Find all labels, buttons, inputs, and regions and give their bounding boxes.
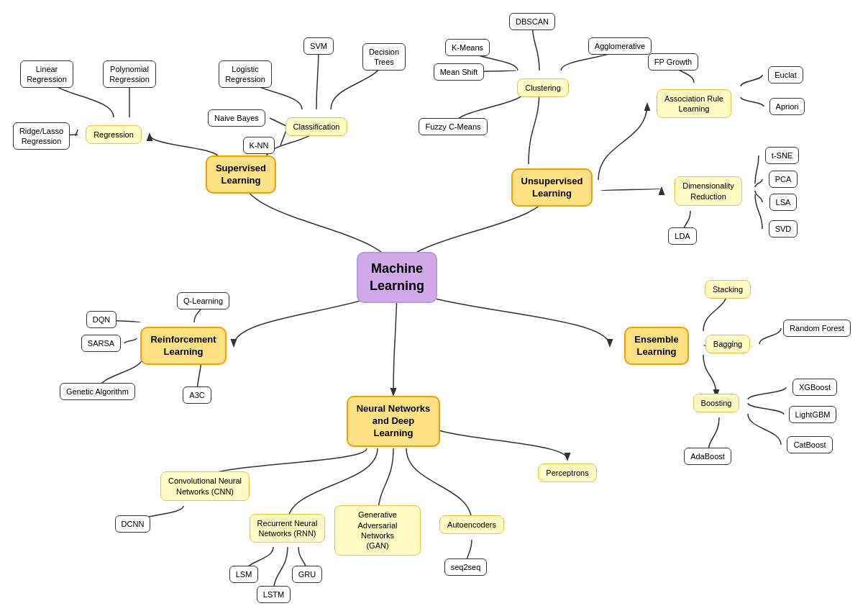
node-random-forest: Random Forest bbox=[781, 317, 853, 340]
node-gan: Generative Adversarial Networks (GAN) bbox=[334, 510, 421, 551]
perceptrons-label: Perceptrons bbox=[538, 463, 596, 482]
node-unsupervised: Unsupervised Learning bbox=[503, 164, 600, 211]
lstm-label: LSTM bbox=[257, 586, 291, 603]
ridge-lasso-label: Ridge/Lasso Regression bbox=[13, 122, 70, 150]
svm-label: SVM bbox=[303, 37, 334, 55]
lsm-label: LSM bbox=[229, 566, 259, 583]
node-perceptrons: Perceptrons bbox=[532, 458, 603, 488]
supervised-label: Supervised Learning bbox=[206, 155, 276, 194]
mean-shift-label: Mean Shift bbox=[434, 63, 485, 81]
dbscan-label: DBSCAN bbox=[509, 13, 555, 30]
lda-label: LDA bbox=[668, 227, 696, 245]
fp-growth-label: FP Growth bbox=[648, 53, 698, 71]
node-fp-growth: FP Growth bbox=[644, 50, 702, 73]
cnn-label: Convolutional Neural Networks (CNN) bbox=[160, 471, 250, 501]
mindmap-canvas: Machine Learning Supervised Learning Uns… bbox=[0, 0, 868, 606]
node-q-learning: Q-Learning bbox=[173, 289, 234, 312]
association-label: Association Rule Learning bbox=[657, 89, 731, 119]
a3c-label: A3C bbox=[183, 386, 211, 404]
node-poly-reg: Polynomial Regression bbox=[93, 59, 165, 89]
euclat-label: Euclat bbox=[768, 66, 803, 83]
node-autoencoders: Autoencoders bbox=[436, 510, 508, 540]
logistic-label: Logistic Regression bbox=[219, 60, 272, 89]
node-mean-shift: Mean Shift bbox=[430, 60, 488, 83]
boosting-label: Boosting bbox=[693, 394, 740, 412]
poly-reg-label: Polynomial Regression bbox=[103, 60, 156, 89]
node-rnn: Recurrent Neural Networks (RNN) bbox=[246, 510, 329, 547]
node-kmeans: K-Means bbox=[439, 36, 496, 59]
sarsa-label: SARSA bbox=[81, 335, 121, 352]
node-linear-reg: Linear Regression bbox=[14, 59, 79, 89]
node-pca: PCA bbox=[762, 168, 804, 191]
dimensionality-label: Dimensionality Reduction bbox=[675, 176, 742, 206]
knn-label: K-NN bbox=[243, 137, 275, 154]
seq2seq-label: seq2seq bbox=[444, 558, 488, 576]
node-reinforcement: Reinforcement Learning bbox=[133, 322, 234, 369]
node-association: Association Rule Learning bbox=[647, 83, 741, 125]
node-knn: K-NN bbox=[237, 134, 280, 157]
node-ensemble: Ensemble Learning bbox=[610, 322, 703, 369]
genetic-label: Genetic Algorithm bbox=[60, 383, 135, 400]
dcnn-label: DCNN bbox=[115, 515, 151, 533]
node-regression: Regression bbox=[78, 117, 150, 152]
node-decision-trees: Decision Trees bbox=[356, 42, 412, 72]
kmeans-label: K-Means bbox=[445, 39, 490, 56]
node-xgboost: XGBoost bbox=[786, 376, 844, 399]
node-ridge-lasso: Ridge/Lasso Regression bbox=[7, 121, 76, 151]
node-naive-bayes: Naive Bayes bbox=[204, 107, 270, 130]
lsa-label: LSA bbox=[769, 194, 798, 211]
node-classification: Classification bbox=[277, 109, 356, 144]
node-lsa: LSA bbox=[762, 191, 804, 214]
node-fuzzy-cmeans: Fuzzy C-Means bbox=[417, 115, 489, 138]
random-forest-label: Random Forest bbox=[783, 320, 851, 337]
adaboost-label: AdaBoost bbox=[684, 448, 731, 465]
regression-label: Regression bbox=[86, 125, 142, 144]
decision-trees-label: Decision Trees bbox=[362, 43, 406, 71]
catboost-label: CatBoost bbox=[787, 436, 832, 453]
svd-label: SVD bbox=[769, 220, 798, 238]
apriori-label: Apriori bbox=[769, 98, 805, 115]
node-apriori: Apriori bbox=[764, 95, 810, 118]
node-svm: SVM bbox=[297, 35, 340, 58]
node-dimensionality: Dimensionality Reduction bbox=[662, 171, 755, 211]
rnn-label: Recurrent Neural Networks (RNN) bbox=[250, 514, 326, 543]
ensemble-label: Ensemble Learning bbox=[624, 327, 688, 366]
node-dcnn: DCNN bbox=[109, 512, 156, 535]
node-bagging: Bagging bbox=[696, 330, 759, 358]
gan-label: Generative Adversarial Networks (GAN) bbox=[334, 505, 421, 555]
linear-reg-label: Linear Regression bbox=[20, 60, 73, 89]
node-seq2seq: seq2seq bbox=[439, 556, 493, 579]
node-euclat: Euclat bbox=[762, 63, 809, 86]
node-sarsa: SARSA bbox=[78, 332, 124, 355]
fuzzy-cmeans-label: Fuzzy C-Means bbox=[419, 118, 487, 135]
xgboost-label: XGBoost bbox=[792, 379, 837, 396]
stacking-label: Stacking bbox=[705, 280, 751, 299]
ml-label: Machine Learning bbox=[357, 252, 437, 303]
node-machine-learning: Machine Learning bbox=[350, 250, 444, 304]
node-supervised: Supervised Learning bbox=[194, 151, 288, 198]
node-genetic: Genetic Algorithm bbox=[56, 380, 139, 403]
naive-bayes-label: Naive Bayes bbox=[208, 109, 265, 127]
unsupervised-label: Unsupervised Learning bbox=[511, 168, 593, 207]
node-cnn: Convolutional Neural Networks (CNN) bbox=[158, 466, 252, 506]
node-neural: Neural Networks and Deep Learning bbox=[339, 394, 447, 448]
node-catboost: CatBoost bbox=[781, 433, 839, 456]
bagging-label: Bagging bbox=[705, 335, 750, 353]
classification-label: Classification bbox=[285, 117, 348, 136]
node-dqn: DQN bbox=[81, 308, 122, 331]
agglomerative-label: Agglomerative bbox=[588, 37, 652, 55]
node-adaboost: AdaBoost bbox=[679, 445, 736, 468]
node-tsne: t-SNE bbox=[759, 144, 805, 167]
neural-label: Neural Networks and Deep Learning bbox=[347, 396, 441, 447]
node-clustering: Clustering bbox=[503, 71, 583, 105]
reinforcement-label: Reinforcement Learning bbox=[140, 327, 226, 366]
node-boosting: Boosting bbox=[685, 389, 748, 417]
node-dbscan: DBSCAN bbox=[503, 10, 561, 33]
node-lstm: LSTM bbox=[250, 583, 297, 606]
gru-label: GRU bbox=[292, 566, 322, 583]
node-lda: LDA bbox=[662, 225, 703, 248]
node-logistic: Logistic Regression bbox=[212, 59, 278, 89]
node-a3c: A3C bbox=[176, 384, 218, 407]
lightgbm-label: LightGBM bbox=[789, 406, 837, 423]
q-learning-label: Q-Learning bbox=[177, 292, 229, 309]
